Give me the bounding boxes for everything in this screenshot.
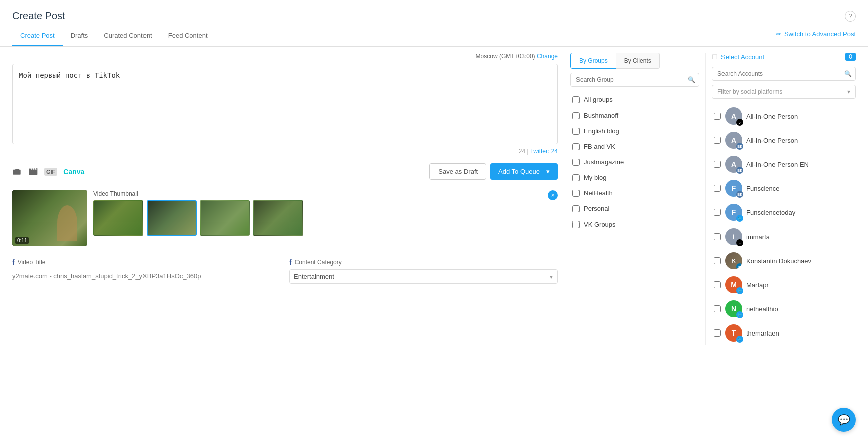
account-checkbox-all-in-one-en[interactable] (714, 161, 721, 168)
chat-support-button[interactable]: 💬 (832, 408, 856, 432)
group-label-all: All groups (584, 96, 613, 103)
video-meta-divider (12, 252, 558, 252)
group-checkbox-my-blog[interactable] (572, 174, 580, 181)
account-name-marfapr: Marfapr (746, 281, 769, 289)
group-item-my-blog[interactable]: My blog (570, 170, 699, 185)
account-item-marfapr[interactable]: M 🐦 Marfapr (712, 273, 856, 297)
queue-caret-icon[interactable]: ▾ (542, 168, 550, 175)
account-checkbox-all-in-one-2[interactable] (714, 137, 721, 144)
tabs-bar: Create Post Drafts Curated Content Feed … (0, 26, 868, 47)
video-icon[interactable] (28, 167, 38, 177)
close-video-button[interactable]: × (548, 190, 558, 200)
account-name-konstantin: Konstantin Dokuchaev (746, 257, 811, 265)
group-item-fb-and-vk[interactable]: FB and VK (570, 139, 699, 154)
account-item-all-in-one-1[interactable]: A ♪ All-In-One Person (712, 104, 856, 128)
timezone-bar: Moscow (GMT+03:00) Change (12, 53, 558, 60)
toolbar-right: Save as Draft Add To Queue ▾ (429, 163, 558, 180)
avatar-all-in-one-1: A ♪ (725, 107, 742, 125)
tab-create-post[interactable]: Create Post (12, 26, 63, 46)
video-main-thumbnail: 0:11 (12, 190, 87, 246)
timezone-change-link[interactable]: Change (537, 53, 558, 60)
account-checkbox-funsciencetoday[interactable] (714, 209, 721, 216)
group-label-vk-groups: VK Groups (584, 220, 616, 228)
account-item-funsciencetoday[interactable]: F 🐦 Funsciencetoday (712, 200, 856, 225)
group-label-english-blog: English blog (584, 127, 619, 135)
add-to-queue-button[interactable]: Add To Queue ▾ (490, 163, 558, 180)
group-item-all[interactable]: All groups (570, 92, 699, 107)
help-icon[interactable]: ? (845, 11, 856, 22)
group-checkbox-bushmanoff[interactable] (572, 112, 580, 119)
account-item-themarfaen[interactable]: T 🐦 themarfaen (712, 321, 856, 345)
account-checkbox-immarfa[interactable] (714, 233, 721, 240)
tab-drafts[interactable]: Drafts (63, 26, 96, 46)
account-checkbox-nethealthio[interactable] (714, 305, 721, 312)
post-text-input[interactable]: Мой первый пост в TikTok (12, 64, 558, 144)
platform-badge-tiktok-2: ♪ (736, 239, 743, 246)
group-checkbox-english-blog[interactable] (572, 128, 580, 135)
video-title-input[interactable] (12, 269, 281, 283)
twitter-char-count: Twitter: 24 (530, 148, 558, 155)
group-item-justmagazine[interactable]: Justmagazine (570, 154, 699, 170)
group-item-vk-groups[interactable]: VK Groups (570, 216, 699, 232)
account-item-funscience[interactable]: F ВК Funscience (712, 176, 856, 200)
content-category-select[interactable]: Entertainment Education News Sports Musi… (289, 269, 558, 284)
thumbnail-option-3[interactable] (200, 200, 250, 236)
thumbnail-option-4[interactable] (253, 200, 303, 236)
select-account-title[interactable]: ☐ Select Account (712, 53, 764, 61)
platform-filter-dropdown[interactable]: Filter by social platforms ▾ (712, 85, 856, 99)
thumbnail-option-1[interactable] (93, 200, 143, 236)
gif-icon[interactable]: GIF (44, 168, 57, 176)
group-label-my-blog: My blog (584, 174, 607, 181)
account-item-all-in-one-en[interactable]: A ВК All-In-One Person EN (712, 152, 856, 176)
account-checkbox-themarfaen[interactable] (714, 329, 721, 337)
save-draft-button[interactable]: Save as Draft (429, 163, 486, 180)
platform-badge-twitter-1: 🐦 (736, 215, 743, 222)
group-search-wrap: 🔍 (570, 73, 699, 87)
group-search-input[interactable] (570, 73, 699, 87)
account-checkbox-funscience[interactable] (714, 185, 721, 192)
thumbnail-option-2[interactable] (147, 200, 197, 236)
pencil-icon: ✏ (776, 30, 781, 38)
account-checkbox-konstantin[interactable] (714, 257, 721, 264)
group-item-bushmanoff[interactable]: Bushmanoff (570, 107, 699, 123)
group-checkbox-vk-groups[interactable] (572, 221, 580, 228)
video-title-label: f Video Title (12, 258, 281, 266)
tab-feed-content[interactable]: Feed Content (160, 26, 216, 46)
switch-advanced-post-button[interactable]: ✏ Switch to Advanced Post (776, 30, 856, 38)
account-checkbox-marfapr[interactable] (714, 281, 721, 288)
account-item-nethealthio[interactable]: N 🐦 nethealthio (712, 297, 856, 321)
select-account-label: Select Account (721, 53, 764, 61)
account-checkbox-all-in-one-1[interactable] (714, 113, 721, 120)
account-item-immarfa[interactable]: i ♪ immarfa (712, 225, 856, 249)
platform-badge-twitter-4: 🐦 (736, 336, 743, 343)
thumbnail-strip (93, 200, 558, 236)
group-checkbox-all[interactable] (572, 96, 580, 103)
composer-toolbar: GIF Canva Save as Draft Add To Queue ▾ (12, 159, 558, 184)
video-section: 0:11 Video Thumbnail × (12, 190, 558, 246)
group-tab-by-clients[interactable]: By Clients (616, 53, 660, 69)
thumbnail-picker: Video Thumbnail (93, 190, 558, 236)
group-item-english-blog[interactable]: English blog (570, 123, 699, 139)
page-title: Create Post (12, 10, 65, 22)
accounts-search-icon: 🔍 (844, 70, 852, 77)
canva-logo[interactable]: Canva (63, 168, 84, 176)
group-checkbox-justmagazine[interactable] (572, 159, 580, 166)
group-item-nethealth[interactable]: NetHealth (570, 185, 699, 201)
video-title-field: f Video Title (12, 258, 281, 284)
platform-badge-vk-3: ВК (736, 191, 743, 198)
account-name-all-in-one-en: All-In-One Person EN (746, 161, 809, 168)
select-account-checkbox-icon: ☐ (712, 53, 718, 61)
account-name-all-in-one-2: All-In-One Person (746, 137, 798, 144)
group-checkbox-fb-vk[interactable] (572, 143, 580, 150)
camera-icon[interactable] (12, 167, 22, 177)
video-title-text: Video Title (18, 259, 46, 266)
account-item-all-in-one-2[interactable]: A ВК All-In-One Person (712, 128, 856, 152)
group-checkbox-personal[interactable] (572, 205, 580, 212)
groups-panel: By Groups By Clients 🔍 All groups Bushma… (564, 53, 699, 345)
accounts-search-input[interactable] (712, 67, 856, 81)
tab-curated-content[interactable]: Curated Content (96, 26, 160, 46)
group-checkbox-nethealth[interactable] (572, 190, 580, 197)
group-tab-by-groups[interactable]: By Groups (570, 53, 616, 69)
group-item-personal[interactable]: Personal (570, 201, 699, 216)
account-item-konstantin[interactable]: K in Konstantin Dokuchaev (712, 249, 856, 273)
